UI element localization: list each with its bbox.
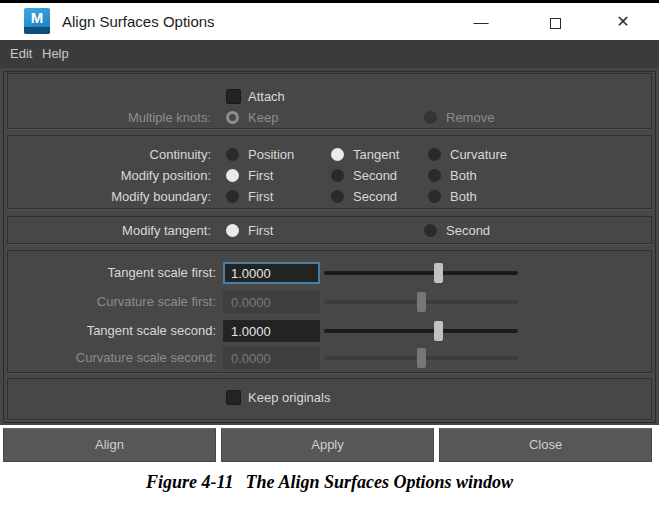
attach-checkbox[interactable] (226, 89, 241, 104)
tangent-scale-first-row: Tangent scale first: (8, 262, 651, 284)
close-button-bottom[interactable]: Close (439, 428, 652, 462)
radio-modify-position-both[interactable] (428, 169, 441, 182)
minimize-button[interactable]: — (458, 3, 504, 40)
figure-number: Figure 4-11 (146, 472, 234, 492)
tangent-scale-second-row: Tangent scale second: (8, 320, 651, 342)
slider-track[interactable] (324, 271, 518, 275)
multiple-knots-keep-label: Keep (248, 107, 278, 128)
curvature-scale-second-label: Curvature scale second: (8, 347, 216, 369)
menu-item-edit[interactable]: Edit (4, 40, 38, 68)
modify-boundary-first-label: First (248, 186, 273, 207)
radio-modify-tangent-first[interactable] (226, 224, 239, 237)
curvature-scale-first-slider (324, 291, 518, 313)
modify-boundary-second-label: Second (353, 186, 397, 207)
section-modify-tangent: Modify tangent: First Second (7, 216, 652, 244)
slider-handle[interactable] (434, 321, 443, 341)
figure-title: The Align Surfaces Options window (246, 472, 513, 492)
multiple-knots-remove-label: Remove (446, 107, 494, 128)
curvature-scale-first-label: Curvature scale first: (8, 291, 216, 313)
align-button[interactable]: Align (3, 428, 216, 462)
radio-continuity-curvature[interactable] (428, 148, 441, 161)
attach-label: Attach (248, 86, 285, 107)
curvature-scale-first-input (223, 291, 320, 313)
radio-modify-position-second[interactable] (331, 169, 344, 182)
curvature-scale-first-row: Curvature scale first: (8, 291, 651, 313)
tangent-scale-first-slider[interactable] (324, 262, 518, 284)
section-continuity: Continuity: Position Tangent Curvature M… (7, 135, 652, 209)
section-scales: Tangent scale first: Curvature scale fir… (7, 250, 652, 373)
multiple-knots-row: Multiple knots: Keep Remove (8, 107, 651, 128)
titlebar: M Align Surfaces Options — ✕ (0, 3, 659, 40)
modify-position-first-label: First (248, 165, 273, 186)
tangent-scale-first-input[interactable] (223, 262, 320, 284)
radio-modify-boundary-second[interactable] (331, 190, 344, 203)
continuity-label: Continuity: (8, 144, 211, 165)
continuity-position-label: Position (248, 144, 294, 165)
modify-position-both-label: Both (450, 165, 477, 186)
radio-multiple-knots-keep[interactable] (226, 111, 239, 124)
modify-boundary-label: Modify boundary: (8, 186, 211, 207)
screenshot-root: M Align Surfaces Options — ✕ Edit Help A… (0, 0, 659, 513)
attach-row: Attach (8, 86, 651, 107)
tangent-scale-first-label: Tangent scale first: (8, 262, 216, 284)
maximize-icon (550, 18, 561, 29)
keep-originals-checkbox[interactable] (226, 390, 241, 405)
tangent-scale-second-label: Tangent scale second: (8, 320, 216, 342)
menubar: Edit Help (0, 40, 659, 68)
curvature-scale-second-input (223, 347, 320, 369)
menu-item-help[interactable]: Help (36, 40, 75, 68)
modify-position-row: Modify position: First Second Both (8, 165, 651, 186)
radio-modify-tangent-second[interactable] (424, 224, 437, 237)
continuity-tangent-label: Tangent (353, 144, 399, 165)
section-keep-originals: Keep originals (7, 378, 652, 420)
continuity-curvature-label: Curvature (450, 144, 507, 165)
radio-modify-boundary-first[interactable] (226, 190, 239, 203)
maya-m-glyph: M (24, 8, 50, 27)
modify-boundary-both-label: Both (450, 186, 477, 207)
radio-continuity-tangent[interactable] (331, 148, 344, 161)
modify-boundary-row: Modify boundary: First Second Both (8, 186, 651, 207)
maya-app-icon: M (24, 8, 50, 34)
modify-tangent-second-label: Second (446, 220, 490, 241)
modify-tangent-first-label: First (248, 220, 273, 241)
radio-multiple-knots-remove[interactable] (424, 111, 437, 124)
tangent-scale-second-slider[interactable] (324, 320, 518, 342)
section-attach: Attach Multiple knots: Keep Remove (7, 73, 652, 129)
continuity-row: Continuity: Position Tangent Curvature (8, 144, 651, 165)
window-title: Align Surfaces Options (62, 3, 215, 40)
modify-position-second-label: Second (353, 165, 397, 186)
modify-tangent-label: Modify tangent: (8, 220, 211, 241)
modify-position-label: Modify position: (8, 165, 211, 186)
figure-caption: Figure 4-11The Align Surfaces Options wi… (0, 472, 659, 493)
keep-originals-row: Keep originals (8, 387, 651, 408)
slider-handle (417, 292, 426, 312)
slider-handle[interactable] (434, 263, 443, 283)
slider-handle (417, 348, 426, 368)
radio-continuity-position[interactable] (226, 148, 239, 161)
radio-modify-position-first[interactable] (226, 169, 239, 182)
modify-tangent-row: Modify tangent: First Second (8, 220, 651, 241)
close-button[interactable]: ✕ (600, 3, 646, 40)
apply-button[interactable]: Apply (221, 428, 434, 462)
keep-originals-label: Keep originals (248, 387, 330, 408)
tangent-scale-second-input[interactable] (223, 320, 320, 342)
multiple-knots-label: Multiple knots: (8, 107, 211, 128)
curvature-scale-second-slider (324, 347, 518, 369)
options-panel: Attach Multiple knots: Keep Remove Conti… (0, 68, 659, 425)
slider-track[interactable] (324, 329, 518, 333)
maya-icon-strip (24, 27, 50, 34)
curvature-scale-second-row: Curvature scale second: (8, 347, 651, 369)
maximize-button[interactable] (532, 3, 578, 40)
radio-modify-boundary-both[interactable] (428, 190, 441, 203)
